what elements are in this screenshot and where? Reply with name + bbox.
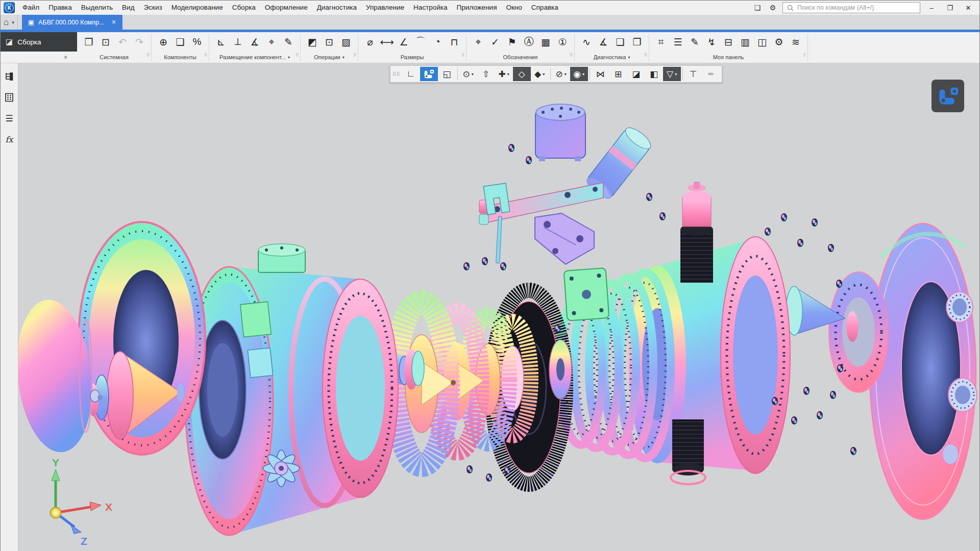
menu-item-Выделить[interactable]: Выделить (77, 1, 117, 15)
ribbon-group[interactable]: ⌀⟷∠⌒◔⊓Размеры⠿ (358, 32, 466, 63)
menu-item-Файл[interactable]: Файл (18, 1, 44, 15)
group-grip-handle[interactable]: ⠿ (146, 54, 151, 57)
group-caret-icon[interactable]: ▾ (288, 55, 290, 60)
menu-item-Приложения[interactable]: Приложения (452, 1, 501, 15)
part-l-bracket[interactable] (535, 213, 594, 264)
group-grip-handle[interactable]: ⠿ (461, 54, 465, 57)
group-label[interactable]: Операции (314, 54, 340, 60)
menu-item-Диагностика[interactable]: Диагностика (312, 1, 361, 15)
layers-icon[interactable]: ☰ (670, 34, 686, 50)
group-grip-handle[interactable]: ⠿ (644, 54, 648, 57)
datum-target-icon[interactable]: ⌖ (470, 34, 486, 50)
orientation-robot-button[interactable] (420, 67, 438, 81)
open-document-icon[interactable]: ❐ (81, 34, 97, 50)
extrude-icon[interactable]: ◩ (304, 34, 321, 50)
maximize-button[interactable]: ❐ (943, 4, 957, 12)
designation-table-icon[interactable]: ▦ (537, 34, 554, 50)
ribbon-group[interactable]: ⊾⟂∡⌖✎Размещение компонент...▾⠿ (209, 32, 300, 63)
dropdown-caret-icon[interactable]: ▾ (507, 72, 509, 77)
menu-item-Окно[interactable]: Окно (501, 1, 526, 15)
menu-item-Эскиз[interactable]: Эскиз (139, 1, 167, 15)
document-tab[interactable]: ▣ АБВГ.000.000 Компр... ✕ (22, 15, 122, 30)
group-grip-handle[interactable]: ⠿ (296, 54, 300, 57)
functions-panel-button[interactable]: fx (3, 133, 15, 145)
mate-components-icon[interactable]: ∡ (247, 34, 263, 50)
command-search[interactable]: Поиск по командам (Alt+/) (782, 2, 920, 13)
orientation-placement-button[interactable]: ◱ (438, 67, 456, 81)
ribbon-group[interactable]: ◩⊡▨Операции▾⠿ (301, 32, 358, 63)
section-icon[interactable]: ⊟ (720, 34, 737, 50)
part-intake-ring[interactable] (79, 222, 205, 455)
zoom-button[interactable]: ⊙▾ (459, 67, 477, 81)
origin-axes-button[interactable]: ∟ (402, 67, 420, 81)
model-viewport[interactable]: Y X Z ⠿⠿ ∟ ◱⊙▾⇧✚▾◇◆▾⊘▾◉▾⋈⊞◪◧▽▾⊤✒ (18, 63, 979, 551)
home-caret-icon[interactable]: ▾ (12, 20, 14, 25)
marker-flag-icon[interactable]: ⚑ (504, 34, 520, 50)
menu-item-Справка[interactable]: Справка (527, 1, 563, 15)
dropdown-caret-icon[interactable]: ▾ (565, 72, 567, 77)
menu-item-Правка[interactable]: Правка (44, 1, 77, 15)
group-label[interactable]: Диагностика (594, 54, 626, 60)
rotate-component-icon[interactable]: ⟂ (230, 34, 246, 50)
window-settings-icon[interactable]: ⚙ (767, 4, 778, 12)
pattern-icon[interactable]: ▥ (737, 34, 753, 50)
radial-dimension-icon[interactable]: ◔ (429, 34, 446, 50)
group-grip-handle[interactable]: ⠿ (353, 54, 357, 57)
group-label[interactable]: Компоненты (164, 54, 196, 60)
part-rear-case[interactable] (870, 223, 977, 519)
cut-extrude-icon[interactable]: ⊡ (321, 34, 337, 50)
measure-distance-icon[interactable]: ∿ (578, 34, 595, 50)
position-number-icon[interactable]: ① (554, 34, 571, 50)
group-grip-handle[interactable]: ⠿ (204, 54, 208, 57)
ribbon-group[interactable]: ⌗☰✎↯⊟▥◫⚙≋Моя панель⠿ (649, 32, 807, 63)
grid-icon[interactable]: ⌗ (653, 34, 669, 50)
minimize-button[interactable]: – (924, 4, 939, 12)
menu-item-Вид[interactable]: Вид (117, 1, 139, 15)
mode-button-assembly[interactable]: ◪ Сборка (1, 32, 77, 52)
part-front-case[interactable] (185, 244, 398, 535)
group-caret-icon[interactable]: ▾ (342, 55, 345, 60)
section-box-button[interactable]: ⊞ (609, 67, 627, 81)
gear-icon[interactable]: ⚙ (771, 34, 787, 50)
dropdown-caret-icon[interactable]: ▾ (582, 72, 584, 77)
menu-item-Моделирование[interactable]: Моделирование (167, 1, 228, 15)
part-fan-feature[interactable] (263, 450, 300, 487)
projection-icon[interactable]: ◫ (754, 34, 770, 50)
collapse-ribbon-icon[interactable]: » (63, 56, 70, 59)
design-tree-button[interactable] (3, 70, 15, 83)
close-button[interactable]: ✕ (961, 4, 975, 12)
save-icon[interactable]: ⊡ (97, 34, 114, 50)
tolerance-icon[interactable]: ✓ (487, 34, 503, 50)
sketch-icon[interactable]: ✎ (687, 34, 703, 50)
layers-panel-button[interactable]: ☰ (3, 112, 15, 124)
part-top-cylinder[interactable] (680, 182, 713, 283)
part-rotor-disc-small[interactable] (549, 340, 572, 399)
shaded-display-button[interactable]: ◆▾ (531, 67, 549, 81)
measure-button[interactable]: ⋈ (592, 67, 609, 81)
show-objects-button[interactable]: ◉▾ (570, 67, 588, 81)
dropdown-caret-icon[interactable]: ▾ (543, 72, 545, 77)
part-front-plate[interactable] (564, 268, 609, 320)
arc-dimension-icon[interactable]: ⌒ (412, 34, 429, 50)
wireframe-display-button[interactable]: ◇ (513, 67, 531, 81)
base-designation-icon[interactable]: Ⓐ (521, 34, 537, 50)
up-orientation-button[interactable]: ⇧ (477, 67, 495, 81)
panels-icon[interactable]: ❏ (752, 4, 763, 12)
dropdown-caret-icon[interactable]: ▾ (675, 72, 677, 77)
group-grip-handle[interactable]: ⠿ (570, 54, 574, 57)
part-rear-bearing-ring[interactable] (829, 272, 888, 392)
edit-placement-icon[interactable]: ✎ (280, 34, 297, 50)
menu-item-Сборка[interactable]: Сборка (228, 1, 260, 15)
placement-icon[interactable]: ⌖ (263, 34, 280, 50)
group-caret-icon[interactable]: ▾ (628, 55, 630, 60)
tab-close-icon[interactable]: ✕ (111, 19, 116, 26)
ribbon-group[interactable]: ⌖✓⚑Ⓐ▦①Обозначения⠿ (467, 32, 574, 63)
add-component-from-file-icon[interactable]: ⊕ (155, 34, 172, 50)
3d-model-canvas[interactable]: Y X Z (18, 63, 979, 551)
part-bottom-cylinder[interactable] (671, 419, 705, 484)
quick-action-icon[interactable]: ↯ (703, 34, 720, 50)
group-label[interactable]: Обозначения (503, 54, 538, 60)
ribbon-group[interactable]: ∿∡❏❐Диагностика▾⠿ (575, 32, 649, 63)
group-label[interactable]: Системная (100, 54, 128, 60)
dropdown-caret-icon[interactable]: ▾ (472, 72, 474, 77)
